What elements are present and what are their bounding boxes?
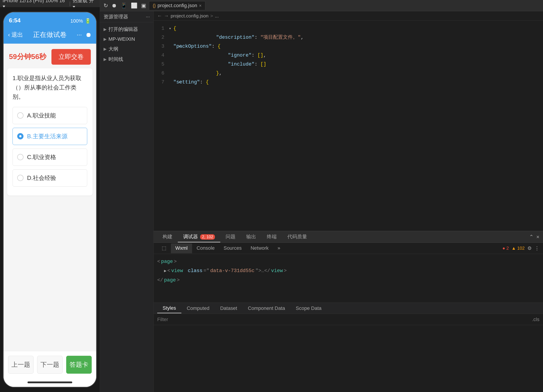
ide-topbar: ↻ ⏺ 📱 ⬜ ▣ {} project.config.json × [100,0,543,11]
battery-level: 100% [70,18,83,24]
expand-icon[interactable]: ⌃ [529,234,534,240]
wxml-lt: < [157,257,160,266]
tab-code-quality[interactable]: 代码质量 [282,232,312,242]
question-card: 1.职业是指从业人员为获取（）所从事的社会工作类别。 A.职业技能 B.主要生活… [7,68,93,196]
nav-forward-button[interactable]: → [164,13,169,19]
insp-tab-component-data[interactable]: Component Data [243,304,290,313]
inspection-panel: Styles Computed Dataset Component Data S [154,302,543,392]
ide-editor: ← → project.config.json > ... 1 2 3 4 5 … [154,11,543,392]
timer: 59分钟56秒 [9,52,46,62]
line-num-3: 3 [161,42,164,51]
tab-build-label: 构建 [163,234,172,239]
warning-indicator: ▲ 102 [511,246,525,251]
sub-tab-sources[interactable]: Sources [219,244,246,253]
wxml-line-page-close: </page> [157,276,539,284]
option-b-label: B.主要生活来源 [27,132,68,140]
sub-tab-wxml[interactable]: Wxml [171,244,192,253]
sidebar-item-label: 时间线 [108,56,123,63]
insp-tab-dataset[interactable]: Dataset [215,304,243,313]
code-line-7: ▾"setting": { [167,78,543,87]
back-button[interactable]: ‹ 退出 [8,31,23,39]
nav-back-button[interactable]: ← [157,13,162,19]
insp-tab-computed[interactable]: Computed [181,304,215,313]
project-config-tab[interactable]: {} project.config.json × [149,1,205,10]
submit-button[interactable]: 立即交卷 [51,49,91,65]
breadcrumb-path: ... [215,13,219,19]
window-icon[interactable]: ⬜ [131,2,137,9]
sidebar-title: 资源管理器 [103,13,128,20]
breadcrumb-nav: ← → [157,13,169,19]
insp-tab-dataset-label: Dataset [220,305,237,311]
line-num-4: 4 [161,51,164,60]
more-options-icon[interactable]: ⋮ [535,245,539,251]
sidebar-item-outline[interactable]: ▶ 大纲 [100,44,153,54]
insp-tab-scope-data[interactable]: Scope Data [290,304,327,313]
record-icon[interactable]: ⏺ [85,31,92,39]
tab-terminal[interactable]: 终端 [261,232,282,242]
sub-tab-network-label: Network [250,245,269,251]
sub-tab-select[interactable]: ⬚ [157,244,171,253]
filter-input[interactable] [157,317,532,322]
ide-sidebar: 资源管理器 ··· ▶ 打开的编辑器 ▶ MP-WEIXIN ▶ 大纲 ▶ [100,11,154,392]
option-c[interactable]: C.职业资格 [12,148,87,166]
wxml-panel: <page> ▶ <view class="data-v-731dd55c">…… [154,254,543,302]
wxml-expand-arrow[interactable]: ▶ [164,267,166,274]
tab-debugger[interactable]: 调试器 2, 102 [178,232,220,242]
sub-tab-console[interactable]: Console [192,244,219,253]
option-d[interactable]: D.社会经验 [12,169,87,187]
inspection-content [154,325,543,392]
mac-topbar: iPhone 12/13 (Pro) 100% 16 ▾ | 热重载 开 ▾ [0,0,100,7]
status-time: 6:54 [9,17,21,24]
sidebar-more-icon[interactable]: ··· [146,14,150,20]
tab-output[interactable]: 输出 [241,232,261,242]
ide-panel: ↻ ⏺ 📱 ⬜ ▣ {} project.config.json × 资源管理器… [100,0,543,392]
sub-tab-more[interactable]: » [273,244,285,253]
refresh-icon[interactable]: ↻ [103,2,108,9]
insp-tab-scope-data-label: Scope Data [296,305,322,311]
code-editor: 1 2 3 4 5 6 7 ▾ { "description": "项目配置文件… [154,21,543,231]
option-d-radio [17,175,23,181]
more-icon[interactable]: ··· [77,31,82,38]
tab-close-button[interactable]: × [199,3,202,8]
sub-tab-sources-label: Sources [224,245,242,251]
option-b[interactable]: B.主要生活来源 [12,128,87,145]
breadcrumb-file: project.config.json [171,13,209,19]
answer-card-button[interactable]: 答题卡 [66,356,92,374]
option-b-radio [17,133,23,139]
insp-tab-computed-label: Computed [187,305,209,311]
wxml-tag-page: page [161,257,173,266]
back-chevron-icon: ‹ [8,31,10,38]
filter-row: .cls [154,314,543,325]
close-icon[interactable]: × [536,234,539,240]
sidebar-item-mp-weixin[interactable]: ▶ MP-WEIXIN [100,34,153,44]
option-a-radio [17,112,23,119]
next-button[interactable]: 下一题 [37,356,63,374]
insp-tab-styles[interactable]: Styles [157,303,181,313]
settings-icon[interactable]: ⚙ [527,245,532,251]
back-label: 退出 [11,31,23,39]
home-indicator [4,378,96,387]
code-content[interactable]: ▾ { "description": "项目配置文件。", ▾"packOpti… [167,21,543,231]
phone-screen: 6:54 100% 🔋 ‹ 退出 正在做试卷 ··· ⏺ [3,12,97,387]
tab-issues[interactable]: 问题 [220,232,241,242]
sidebar-item-label: 大纲 [108,46,118,52]
editor-breadcrumb: ← → project.config.json > ... [154,11,543,21]
sub-tab-wxml-label: Wxml [175,245,188,251]
sub-tab-network[interactable]: Network [246,244,273,253]
wxml-tag-view: view [171,267,183,275]
wxml-tag-page-close: page [164,276,176,284]
prev-button[interactable]: 上一题 [8,356,34,374]
sidebar-item-open-editors[interactable]: ▶ 打开的编辑器 [100,24,153,34]
status-right: 100% 🔋 [70,18,91,24]
record-icon[interactable]: ⏺ [112,2,117,9]
tab-build[interactable]: 构建 [157,232,178,242]
sidebar-item-timeline[interactable]: ▶ 时间线 [100,54,153,64]
option-a[interactable]: A.职业技能 [12,107,87,124]
home-bar [28,381,72,383]
quiz-header: 59分钟56秒 立即交卷 [4,44,96,68]
phone-icon[interactable]: 📱 [120,2,127,9]
tab-issues-label: 问题 [226,234,236,239]
option-d-label: D.社会经验 [27,174,56,182]
sidebar-item-label: MP-WEIXIN [108,36,135,42]
layout-icon[interactable]: ▣ [141,2,146,9]
